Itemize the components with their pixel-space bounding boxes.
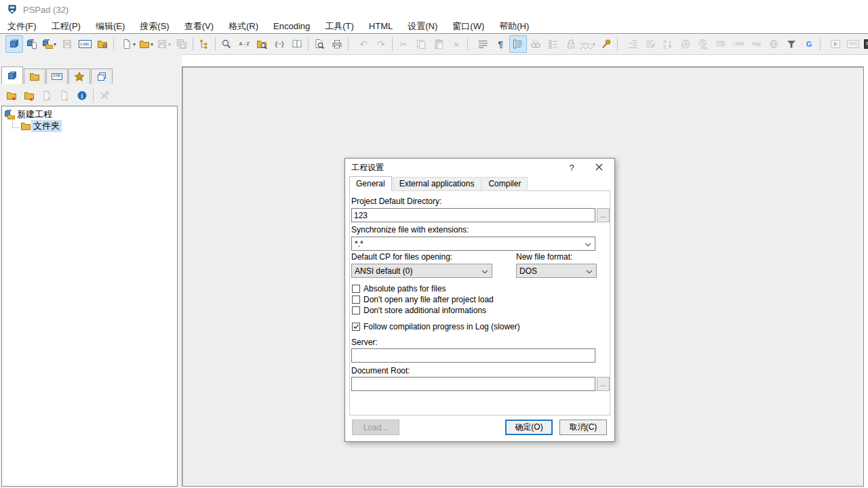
default-cp-combo[interactable]: ANSI default (0) (351, 264, 492, 278)
tree-item-project[interactable]: 新建工程 (2, 108, 177, 120)
print-button[interactable] (328, 35, 346, 53)
document-root-input[interactable] (351, 377, 595, 391)
add-folder-button[interactable]: + (3, 87, 20, 104)
checkbox-unchecked-icon[interactable] (352, 285, 360, 293)
menu-encoding[interactable]: Encoding (266, 19, 317, 33)
project-dir-input[interactable] (351, 208, 595, 222)
menu-search[interactable]: 搜索(S) (132, 19, 176, 33)
dropdown-arrow-icon[interactable]: ▾ (151, 41, 153, 47)
remove-file-button[interactable]: x (56, 87, 73, 104)
tab-external-applications[interactable]: External applications (393, 177, 481, 191)
menu-html[interactable]: HTML (361, 19, 400, 33)
html-to-text-button[interactable]: HTML↳TXT (712, 35, 730, 53)
menu-window[interactable]: 窗口(W) (445, 19, 492, 33)
tag-uppercase-button[interactable]: <TAG (730, 35, 747, 53)
log-window-button[interactable]: LOG (76, 35, 94, 53)
menu-edit[interactable]: 编辑(E) (88, 19, 132, 33)
load-button[interactable]: Load... (352, 420, 399, 435)
google-search-button[interactable]: G (800, 35, 818, 53)
checkbox-dont-open-files[interactable]: Don't open any file after project load (352, 294, 494, 305)
project-settings-button[interactable] (94, 35, 111, 53)
dialog-close-button[interactable] (589, 159, 609, 176)
checkbox-absolute-paths[interactable]: Absolute paths for files (352, 283, 494, 294)
save-file-button[interactable]: ▾ (155, 35, 173, 53)
menu-tools[interactable]: 工具(T) (317, 19, 361, 33)
new-file-button[interactable]: ▾ (120, 35, 138, 53)
line-numbers-button[interactable] (509, 35, 527, 53)
menu-project[interactable]: 工程(P) (44, 19, 88, 33)
tag-lowercase-button[interactable]: <tag (747, 35, 765, 53)
console-button[interactable]: C:\. (862, 35, 868, 53)
save-all-button[interactable] (173, 35, 191, 53)
new-file-format-combo[interactable]: DOS (516, 264, 597, 278)
replace-button[interactable]: A→Z (235, 35, 253, 53)
windows-panel-tab[interactable] (91, 68, 113, 84)
menu-settings[interactable]: 设置(N) (400, 19, 445, 33)
lock-file-button[interactable] (562, 35, 580, 53)
matching-brace-button[interactable]: {··} (271, 35, 288, 53)
document-root-browse-button[interactable]: ... (597, 377, 610, 391)
paste-button[interactable] (430, 35, 448, 53)
open-file-button[interactable]: ▾ (138, 35, 155, 53)
sort-button[interactable]: AZ (659, 35, 677, 53)
checkbox-unchecked-icon[interactable] (352, 296, 360, 304)
sync-ext-combo[interactable]: *.* (351, 237, 595, 251)
char-code-button[interactable]: #10 (694, 35, 712, 53)
new-project-button[interactable] (5, 35, 23, 53)
cut-button[interactable]: ✂ (395, 35, 412, 53)
ftp-panel-tab[interactable]: FTP (46, 68, 68, 84)
show-formatting-button[interactable]: ¶ (492, 35, 509, 53)
checkbox-unchecked-icon[interactable] (352, 306, 360, 314)
tab-compiler[interactable]: Compiler (481, 177, 528, 191)
folder-x-icon: x (24, 90, 35, 101)
hex-view-button[interactable]: 1010 (844, 35, 862, 53)
redo-button[interactable]: ↷ (372, 35, 390, 53)
checkbox-dont-store-info[interactable]: Don't store additional informations (352, 305, 494, 316)
indent-button[interactable] (624, 35, 642, 53)
pin-button[interactable] (597, 35, 615, 53)
project-panel-tab[interactable] (1, 66, 23, 84)
dictionary-button[interactable] (288, 35, 306, 53)
dialog-help-button[interactable]: ? (561, 159, 582, 176)
web-update-button[interactable] (765, 35, 783, 53)
open-project-button[interactable] (23, 35, 41, 53)
menu-view[interactable]: 查看(V) (177, 19, 221, 33)
tab-general[interactable]: General (349, 176, 392, 191)
tree-item-folder[interactable]: 文件夹 (2, 120, 177, 131)
print-preview-button[interactable] (311, 35, 328, 53)
files-panel-tab[interactable] (24, 68, 45, 84)
spell-check-button[interactable]: SPELL▾ (580, 35, 597, 53)
cancel-button[interactable]: 取消(C) (559, 420, 607, 435)
dropdown-arrow-icon[interactable]: ▾ (54, 41, 56, 47)
server-input[interactable] (351, 348, 595, 363)
run-script-button[interactable] (827, 35, 844, 53)
menu-help[interactable]: 帮助(H) (492, 19, 536, 33)
project-tools-button[interactable] (96, 87, 113, 104)
menu-format[interactable]: 格式(R) (221, 19, 266, 33)
dropdown-arrow-icon[interactable]: ▾ (133, 41, 136, 47)
dropdown-arrow-icon[interactable]: ▾ (168, 41, 171, 47)
find-in-files-button[interactable] (253, 35, 271, 53)
word-wrap-button[interactable] (474, 35, 492, 53)
remove-folder-button[interactable]: x (20, 87, 38, 104)
favorites-panel-tab[interactable] (68, 68, 90, 84)
todo-list-button[interactable] (545, 35, 562, 53)
add-file-button[interactable]: + (38, 87, 56, 104)
code-explorer-button[interactable]: C++ (527, 35, 545, 53)
project-dir-browse-button[interactable]: ... (597, 208, 610, 222)
find-button[interactable] (218, 35, 235, 53)
menu-file[interactable]: 文件(F) (0, 19, 44, 33)
undo-button[interactable]: ↶ (355, 35, 372, 53)
checkbox-checked-icon[interactable] (352, 323, 360, 331)
copy-button[interactable] (412, 35, 430, 53)
code-tree-button[interactable] (195, 35, 213, 53)
project-info-button[interactable]: i (73, 87, 91, 104)
reformat-button[interactable] (642, 35, 659, 53)
open-project-dropdown[interactable]: ▾ (41, 35, 58, 53)
html-tidy-button[interactable] (783, 35, 800, 53)
delete-button[interactable]: × (448, 35, 465, 53)
checkbox-follow-compilation[interactable]: Follow compilation progress in Log (slow… (352, 321, 520, 332)
color-wheel-button[interactable] (677, 35, 694, 53)
save-project-button[interactable] (58, 35, 76, 53)
ok-button[interactable]: 确定(O) (505, 420, 553, 435)
